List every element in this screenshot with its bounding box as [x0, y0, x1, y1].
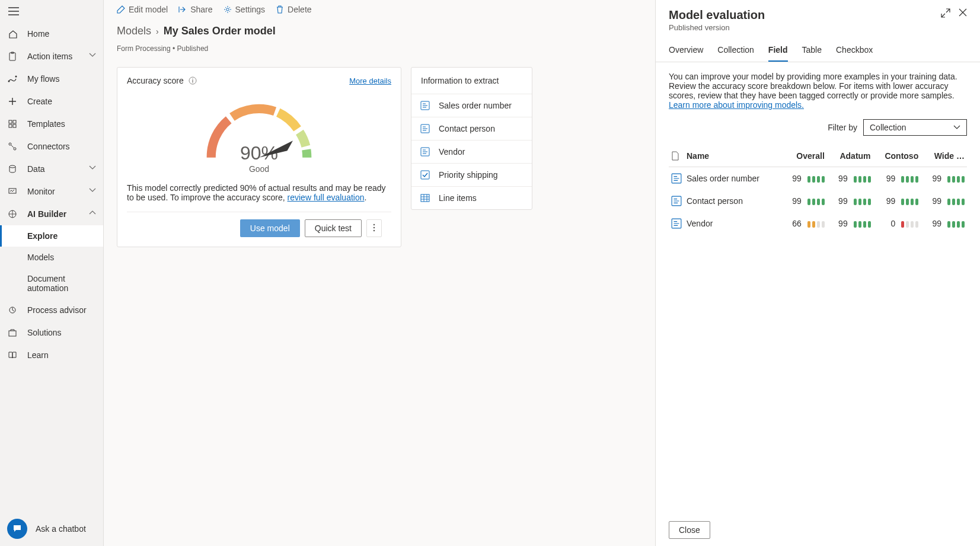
command-bar: Edit model Share Settings Delete — [104, 0, 655, 19]
drawer-close-button[interactable]: Close — [669, 521, 710, 539]
info-row[interactable]: Sales order number — [411, 94, 532, 117]
column-header[interactable]: Wide … — [921, 145, 967, 167]
table-row[interactable]: Contact person99 99 99 99 — [669, 190, 967, 212]
more-actions-button[interactable] — [366, 219, 382, 237]
sidebar-item-connectors[interactable]: Connectors — [0, 135, 103, 158]
sidebar-item-docauto[interactable]: Document automation — [0, 268, 103, 299]
info-row-label: Sales order number — [439, 101, 512, 110]
main-area: Edit model Share Settings Delete Models … — [104, 0, 655, 546]
settings-button[interactable]: Settings — [224, 5, 266, 14]
check-field-icon — [420, 170, 430, 180]
svg-rect-4 — [13, 120, 16, 123]
score-bars — [947, 176, 965, 183]
information-card: Information to extract Sales order numbe… — [411, 67, 532, 210]
monitor-icon — [7, 186, 18, 197]
svg-rect-23 — [421, 171, 429, 179]
use-model-button[interactable]: Use model — [240, 219, 300, 237]
chevron-down-icon — [89, 188, 96, 195]
table-row[interactable]: Vendor66 99 0 99 — [669, 212, 967, 235]
sidebar-item-label: Templates — [27, 119, 96, 129]
info-row-label: Contact person — [439, 124, 495, 133]
table-field-icon — [420, 193, 430, 203]
row-name: Vendor — [684, 212, 781, 235]
info-row-label: Line items — [439, 193, 477, 203]
tab-collection[interactable]: Collection — [717, 41, 754, 62]
chevron-down-icon — [89, 165, 96, 173]
score-cell: 66 — [781, 212, 827, 235]
hamburger-menu[interactable] — [0, 0, 103, 23]
table-row[interactable]: Sales order number99 99 99 99 — [669, 167, 967, 190]
sidebar-item-label: Action items — [27, 52, 79, 61]
tab-table[interactable]: Table — [802, 41, 822, 62]
tab-overview[interactable]: Overview — [669, 41, 703, 62]
svg-rect-13 — [9, 331, 16, 336]
score-bars — [854, 221, 871, 228]
sidebar-item-label: Monitor — [27, 187, 79, 196]
score-bars — [901, 221, 918, 228]
templates-icon — [7, 119, 18, 129]
chevron-down-icon — [89, 53, 96, 60]
sidebar-item-learn[interactable]: Learn — [0, 344, 103, 366]
sidebar-item-home[interactable]: Home — [0, 23, 103, 45]
sidebar-item-label: Solutions — [27, 328, 96, 337]
info-row[interactable]: Priority shipping — [411, 163, 532, 186]
sidebar-item-templates[interactable]: Templates — [0, 113, 103, 135]
accuracy-card: Accuracy score More details — [117, 67, 401, 247]
sidebar-item-flows[interactable]: My flows — [0, 68, 103, 90]
score-cell: 99 — [873, 190, 921, 212]
sidebar-item-monitor[interactable]: Monitor — [0, 180, 103, 203]
svg-point-19 — [374, 230, 375, 232]
review-evaluation-link[interactable]: review full evaluation — [288, 193, 365, 202]
text-field-icon — [420, 100, 430, 111]
sidebar-item-create[interactable]: Create — [0, 90, 103, 113]
filter-dropdown[interactable]: Collection — [863, 119, 967, 136]
learn-more-link[interactable]: Learn more about improving models. — [669, 100, 804, 110]
ai-icon — [7, 209, 18, 219]
score-bars — [854, 199, 871, 205]
nav-list: HomeAction itemsMy flowsCreateTemplatesC… — [0, 23, 103, 512]
share-button[interactable]: Share — [178, 5, 212, 14]
edit-model-button[interactable]: Edit model — [117, 5, 168, 14]
chatbot-launcher[interactable]: Ask a chatbot — [0, 512, 103, 546]
process-icon — [7, 305, 18, 315]
sidebar-item-models[interactable]: Models — [0, 247, 103, 268]
delete-button[interactable]: Delete — [276, 5, 311, 14]
close-drawer-button[interactable] — [959, 8, 967, 18]
info-row-label: Vendor — [439, 147, 465, 157]
accuracy-title: Accuracy score — [127, 76, 184, 85]
score-bars — [901, 199, 918, 205]
info-row[interactable]: Vendor — [411, 140, 532, 163]
sidebar-item-label: Data — [27, 164, 79, 174]
sidebar-item-solutions[interactable]: Solutions — [0, 321, 103, 344]
score-bars — [807, 221, 825, 228]
column-header[interactable]: Name — [684, 145, 781, 167]
sidebar-item-process[interactable]: Process advisor — [0, 299, 103, 321]
score-cell: 99 — [921, 212, 967, 235]
info-row[interactable]: Contact person — [411, 117, 532, 140]
tab-field[interactable]: Field — [768, 41, 788, 62]
score-cell: 99 — [873, 167, 921, 190]
share-icon — [178, 5, 187, 14]
tab-checkbox[interactable]: Checkbox — [836, 41, 873, 62]
expand-button[interactable] — [941, 8, 950, 18]
quick-test-button[interactable]: Quick test — [305, 219, 362, 237]
score-cell: 99 — [921, 167, 967, 190]
breadcrumb-root[interactable]: Models — [117, 25, 151, 37]
accuracy-gauge — [203, 100, 315, 165]
column-header[interactable]: Contoso — [873, 145, 921, 167]
sidebar-item-action[interactable]: Action items — [0, 45, 103, 68]
sidebar-item-explore[interactable]: Explore — [0, 225, 103, 247]
edit-icon — [117, 5, 125, 14]
sidebar-item-data[interactable]: Data — [0, 158, 103, 180]
svg-rect-6 — [13, 124, 16, 127]
info-icon[interactable] — [189, 76, 197, 85]
text-field-icon — [420, 123, 430, 134]
sidebar-item-ai[interactable]: AI Builder — [0, 203, 103, 225]
column-header[interactable]: Overall — [781, 145, 827, 167]
more-details-link[interactable]: More details — [349, 76, 391, 85]
score-cell: 99 — [781, 167, 827, 190]
info-row[interactable]: Line items — [411, 186, 532, 209]
column-header[interactable]: Adatum — [827, 145, 873, 167]
text-field-icon — [671, 173, 682, 184]
svg-point-7 — [9, 143, 11, 145]
